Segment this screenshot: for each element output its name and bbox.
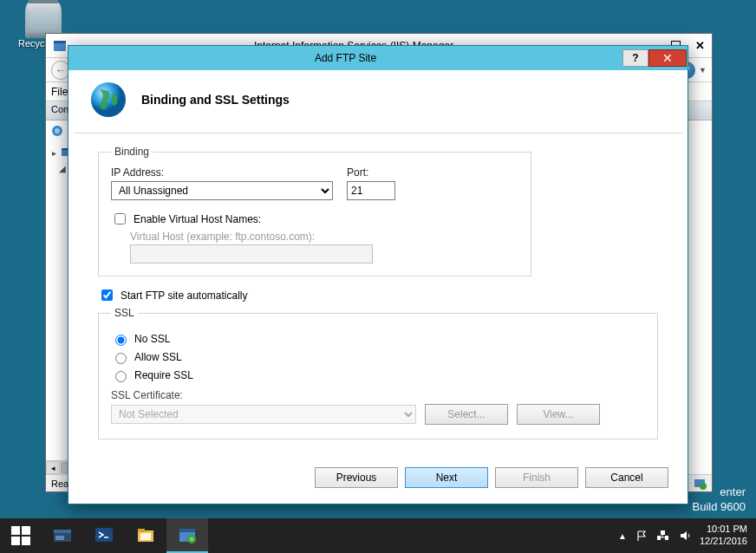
ssl-view-button: View...	[517, 404, 600, 425]
tray-flag-icon[interactable]	[635, 530, 648, 542]
system-tray[interactable]: ▲ 10:01 PM 12/21/2016	[609, 518, 756, 553]
next-button[interactable]: Next	[405, 467, 488, 488]
start-button[interactable]	[0, 518, 42, 553]
no-ssl-radio[interactable]	[115, 335, 127, 346]
windows-watermark: enter Build 9600	[693, 485, 746, 515]
port-label: Port:	[347, 166, 395, 179]
add-ftp-site-dialog: Add FTP Site ? ✕ Binding and SSL Setting…	[68, 45, 688, 504]
tray-date: 12/21/2016	[700, 536, 747, 548]
no-ssl-label: No SSL	[134, 333, 170, 345]
tree-toggle-icon[interactable]: ▸	[49, 148, 58, 158]
watermark-line2: Build 9600	[693, 499, 746, 515]
virtual-host-input	[130, 244, 373, 263]
tray-up-icon[interactable]: ▲	[618, 531, 627, 541]
virtual-host-hint: Virtual Host (example: ftp.contoso.com):	[130, 231, 518, 243]
svg-rect-21	[140, 533, 151, 540]
taskbar-server-manager[interactable]	[42, 518, 83, 553]
ssl-legend: SSL	[111, 307, 138, 319]
binding-legend: Binding	[111, 146, 153, 158]
help-dropdown-icon[interactable]: ▼	[699, 66, 707, 75]
previous-button[interactable]: Previous	[315, 467, 398, 488]
menu-file[interactable]: File	[51, 86, 68, 98]
dialog-title: Add FTP Site	[68, 52, 622, 64]
svg-rect-0	[54, 42, 66, 51]
svg-rect-23	[179, 529, 195, 532]
globe-icon	[88, 79, 129, 120]
scroll-left-button[interactable]: ◂	[46, 461, 60, 474]
port-input[interactable]	[347, 181, 395, 200]
finish-button: Finish	[495, 467, 578, 488]
require-ssl-radio[interactable]	[115, 371, 127, 382]
ip-address-select[interactable]: All Unassigned	[111, 181, 333, 200]
binding-group: Binding IP Address: All Unassigned Port:	[98, 146, 531, 276]
dialog-titlebar[interactable]: Add FTP Site ? ✕	[68, 46, 688, 70]
windows-logo-icon	[11, 526, 30, 545]
taskbar-powershell[interactable]	[83, 518, 125, 553]
svg-rect-1	[54, 41, 66, 43]
tray-clock[interactable]: 10:01 PM 12/21/2016	[700, 524, 747, 548]
svg-rect-28	[661, 530, 665, 535]
enable-virtual-host-checkbox[interactable]	[114, 213, 126, 224]
svg-rect-17	[55, 536, 64, 540]
ssl-select-button: Select...	[425, 404, 508, 425]
allow-ssl-label: Allow SSL	[134, 351, 182, 363]
allow-ssl-radio[interactable]	[115, 353, 127, 364]
tree-toggle-icon[interactable]: ◢	[58, 164, 67, 173]
iis-close-button[interactable]: ✕	[688, 37, 712, 55]
iis-app-icon	[51, 37, 68, 55]
taskbar: ▲ 10:01 PM 12/21/2016	[0, 518, 756, 553]
tray-time: 10:01 PM	[700, 524, 747, 536]
taskbar-explorer[interactable]	[125, 518, 166, 553]
svg-rect-16	[54, 530, 71, 533]
svg-point-3	[55, 128, 60, 133]
dialog-help-button[interactable]: ?	[622, 49, 648, 67]
dialog-close-button[interactable]: ✕	[648, 49, 687, 67]
ip-address-label: IP Address:	[111, 166, 333, 179]
tray-network-icon[interactable]	[656, 530, 670, 542]
start-ftp-automatically-checkbox[interactable]	[101, 290, 113, 301]
svg-point-25	[190, 537, 194, 542]
tray-sound-icon[interactable]	[679, 530, 691, 542]
ssl-certificate-select: Not Selected	[111, 405, 416, 424]
start-ftp-automatically-label: Start FTP site automatically	[121, 290, 248, 302]
ssl-certificate-label: SSL Certificate:	[111, 389, 645, 401]
enable-virtual-host-label: Enable Virtual Host Names:	[134, 213, 261, 225]
dialog-header: Binding and SSL Settings	[74, 70, 682, 133]
svg-rect-20	[138, 529, 145, 532]
dialog-button-row: Previous Next Finish Cancel	[74, 459, 682, 498]
dialog-subtitle: Binding and SSL Settings	[141, 93, 290, 107]
ssl-group: SSL No SSL Allow SSL Require SSL SSL Cer…	[98, 307, 658, 439]
connect-icon[interactable]	[49, 123, 65, 139]
cancel-button[interactable]: Cancel	[585, 467, 668, 488]
taskbar-iis-manager[interactable]	[166, 518, 208, 553]
watermark-line1: enter	[693, 485, 746, 500]
require-ssl-label: Require SSL	[134, 369, 193, 381]
